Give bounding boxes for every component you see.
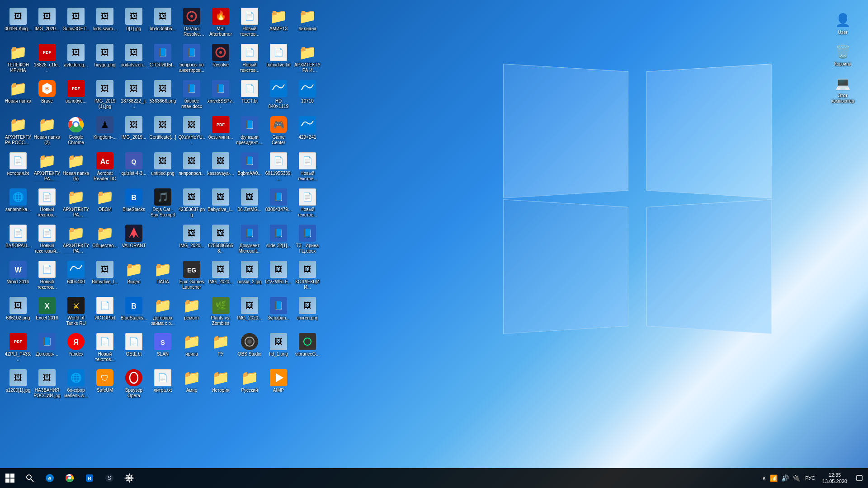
desktop-icon-world-of-tanks[interactable]: ⚔ World of Tanks RU (61, 295, 90, 331)
desktop-icon-429x241[interactable]: 429×241 (293, 114, 322, 150)
desktop-icon-18738222[interactable]: 🖼 18738222_ji... (119, 78, 148, 114)
desktop-icon-avtodorog[interactable]: 🖼 avtodorog... (61, 42, 90, 78)
desktop-icon-img-2020-2[interactable]: 🖼 IMG_2020... (177, 222, 206, 258)
desktop-icon-huygu[interactable]: 🖼 huygu.png (90, 42, 119, 78)
desktop-icon-irina[interactable]: 📁 ирина (177, 331, 206, 367)
desktop-icon-babydive-img[interactable]: 🖼 Babydive_i... (206, 186, 235, 222)
desktop-icon-fzvzwr[interactable]: 🖼 fZVZWRLE... (264, 258, 293, 295)
desktop-icon-biznes-plan[interactable]: 📘 бизнес план.docx (177, 78, 206, 114)
desktop-icon-dokument[interactable]: 📘 Документ Microsoft... (235, 222, 264, 258)
desktop-icon-0-1-jpg[interactable]: 🖼 0[1].jpg (119, 5, 148, 42)
desktop-icon-ru[interactable]: 📁 РУ (206, 331, 235, 367)
desktop-icon-bluestacks-app[interactable]: B BlueStacks... (119, 295, 148, 331)
desktop-icon-excel-2016[interactable]: X Excel 2016 (33, 295, 61, 331)
desktop-icon-untitled[interactable]: 🖼 untitled.png (148, 150, 177, 186)
desktop-icon-amir-folder[interactable]: 📁 Амир (177, 367, 206, 403)
desktop-icon-new-folder-5[interactable]: 📁 Новая папка (5) (61, 150, 90, 186)
action-center-button[interactable] (853, 468, 866, 488)
desktop-icon-686102[interactable]: 🖼 686102.png (4, 295, 33, 331)
desktop-icon-new-txt-7[interactable]: 📄 Новый текстов... (33, 258, 61, 295)
desktop-icon-certificate[interactable]: 🖼 Certificate[...] (148, 114, 177, 150)
desktop-icon-russkiy[interactable]: 📁 Русский (235, 367, 264, 403)
desktop-icon-valorant[interactable]: VALORANT (119, 222, 148, 258)
power-icon[interactable]: 🔌 (791, 474, 802, 483)
desktop-icon-vibranceg[interactable]: vibranceG... (293, 331, 322, 367)
desktop-icon-new-txt-6[interactable]: 📄 Новый текстовый... (33, 222, 61, 258)
desktop-icon-hd840[interactable]: HD 840×1119 (264, 78, 293, 114)
desktop-icon-img-2020-3[interactable]: 🖼 IMG_2020... (206, 258, 235, 295)
taskbar-steam[interactable]: S (99, 468, 119, 488)
desktop-icon-new-txt-5[interactable]: 📄 Новый текстов... (293, 186, 322, 222)
desktop-icon-600x400[interactable]: 600×400 (61, 258, 90, 295)
recycle-icon-item[interactable]: 🗑️ Корзина (826, 41, 859, 69)
desktop-icon-slide-32[interactable]: 📘 slide-32[1]... (264, 222, 293, 258)
start-button[interactable] (0, 468, 20, 488)
network-icon[interactable]: 📶 (769, 474, 779, 483)
desktop-icon-img-2019-1[interactable]: 🖼 IMG_2019 (1).jpg (90, 78, 119, 114)
desktop-icon-litra-txt[interactable]: 📄 литра.txt (148, 367, 177, 403)
desktop-icon-telefon-irina[interactable]: 📁 ТЕЛЕФОН ИРИНА (4, 42, 33, 78)
desktop-icon-slan[interactable]: S SLAN (148, 331, 177, 367)
user-icon-item[interactable]: 👤 User (826, 9, 859, 37)
desktop-icon-new-folder-1[interactable]: 📁 Новая папка (4, 78, 33, 114)
desktop-icon-new-txt-1[interactable]: 📄 Новый текстов... (235, 5, 264, 42)
desktop-icon-obs-studio[interactable]: OBS Studio (235, 331, 264, 367)
desktop-icon-davinci[interactable]: DaVinci Resolve Pro... (177, 5, 206, 42)
desktop-icon-830043479[interactable]: 📘 830043479... (264, 186, 293, 222)
desktop-icon-new-txt-2[interactable]: 📄 Новый текстов... (235, 42, 264, 78)
desktop-icon-russia-2[interactable]: 🖼 russia_2.jpg (235, 258, 264, 295)
desktop-icon-istoriya[interactable]: 📁 История (206, 367, 235, 403)
system-clock[interactable]: 12:35 13.05.2020 (819, 471, 851, 486)
desktop-icon-liliana[interactable]: 📁 лилиана (293, 5, 322, 42)
desktop-icon-santehnika[interactable]: 🌐 santehnika... (4, 186, 33, 222)
desktop-icon-bluestacks-1[interactable]: B BlueStacks (119, 186, 148, 222)
language-indicator[interactable]: РУС (803, 474, 817, 482)
desktop-icon-babydive-txt[interactable]: 📄 babydive.txt (264, 42, 293, 78)
desktop-icon-remont[interactable]: 📁 ремонт (177, 295, 206, 331)
desktop-icon-video[interactable]: 📁 Видео (119, 258, 148, 295)
taskbar-settings[interactable] (119, 468, 139, 488)
desktop-icon-resolve[interactable]: Resolve (206, 42, 235, 78)
desktop-icon-msi-afterburner[interactable]: 🔥 MSI Afterburner (206, 5, 235, 42)
desktop-icon-obshchestvo[interactable]: 📁 Общество... (90, 222, 119, 258)
desktop-icon-arhit-skulp[interactable]: 📁 АРХИТЕКТУРА И СКУЛЬП... (293, 42, 322, 78)
desktop-icon-gubw3oet[interactable]: 🖼 Gubw3OET... (61, 5, 90, 42)
desktop-icon-new-folder-2[interactable]: 📁 Новая папка (2) (33, 114, 61, 150)
taskbar-bluestacks[interactable]: B (80, 468, 99, 488)
desktop-icon-42353637[interactable]: 🖼 42353637.png (177, 186, 206, 222)
desktop-icon-s1200-1[interactable]: 🖼 s1200[1].jpg (4, 367, 33, 403)
taskbar-chrome[interactable] (60, 468, 80, 488)
desktop-icon-hd-1[interactable]: 🖼 hd_1.png (264, 331, 293, 367)
taskbar-edge[interactable]: e (40, 468, 60, 488)
desktop-icon-xod-dvizen[interactable]: 🖼 xod-dvizen... (119, 42, 148, 78)
desktop-icon-xmvx8sspv[interactable]: 📘 xmvx8SSPv... (206, 78, 235, 114)
desktop-icon-aimp[interactable]: AIMP (264, 367, 293, 403)
desktop-icon-img-2020-4[interactable]: 🖼 IMG_2020... (235, 295, 264, 331)
desktop-icon-new-txt-8[interactable]: 📄 Новый текстов... (90, 331, 119, 367)
desktop-icon-4zplf-p433[interactable]: PDF 4ZPLf_P433... (4, 331, 33, 367)
desktop-icon-brave[interactable]: B Brave (33, 78, 61, 114)
desktop-icon-dogovor[interactable]: 📘 Договор-... (33, 331, 61, 367)
desktop-icon-voprosy[interactable]: 📘 вопросы по анкетиров... (177, 42, 206, 78)
desktop-icon-5363666[interactable]: 🖼 5363666.png (148, 78, 177, 114)
taskbar-search-button[interactable] (20, 468, 40, 488)
desktop-icon-00499-king[interactable]: 🖼 00499-King... (4, 5, 33, 42)
desktop-icon-test-txt[interactable]: 📄 ТЕСТ.bt (235, 78, 264, 114)
desktop-icon-kollekcii[interactable]: 🖼 КОЛЛЕКЦИИ... (293, 258, 322, 295)
desktop-icon-voloboy[interactable]: PDF волобуе... (61, 78, 90, 114)
desktop-icon-obshch-txt[interactable]: 📄 ОБЩ.bt (119, 331, 148, 367)
desktop-icon-tz-irina[interactable]: 📘 ТЗ - Ирина ГЦ.docx (293, 222, 322, 258)
desktop-icon-stolicy[interactable]: 📘 СТОЛИЦЫ... (148, 42, 177, 78)
desktop-icon-plants-vs-zombies[interactable]: 🌿 Plants vs. Zombies (206, 295, 235, 331)
desktop-icon-bezymyan[interactable]: PDF безымянн... (206, 114, 235, 150)
desktop-icon-acrobat-dc[interactable]: Ac Acrobat Reader DC (90, 150, 119, 186)
desktop-icon-arhit-skulp2[interactable]: 📁 АРХИТЕКТУРА СКУЛЬПТУ... (61, 222, 90, 258)
desktop-icon-67568[interactable]: 🖼 67568865658... (206, 222, 235, 258)
desktop-icon-kingdom[interactable]: ♟ Kingdom-... (90, 114, 119, 150)
desktop-icon-oboi[interactable]: 📁 ОБОИ (90, 186, 119, 222)
desktop-icon-18828-c1fe[interactable]: PDF 18828_c1fe... (33, 42, 61, 78)
desktop-icon-6011955339[interactable]: 📄 6011955339... (264, 150, 293, 186)
desktop-icon-safeum[interactable]: 🛡 SafeUM (90, 367, 119, 403)
desktop-icon-valorant-txt[interactable]: 📄 ВАЛОРАН... (4, 222, 33, 258)
desktop-icon-babydive-l[interactable]: 🖼 Babydive_l... (90, 258, 119, 295)
